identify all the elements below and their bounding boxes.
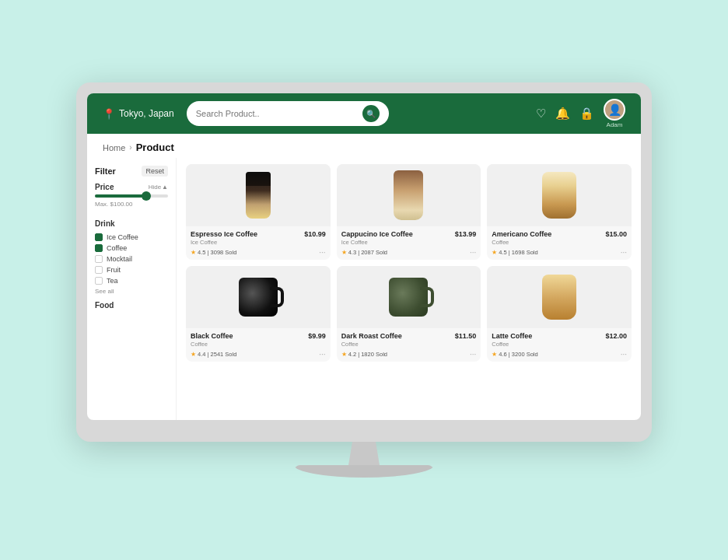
reset-button[interactable]: Reset [142, 166, 168, 177]
product-info-1: Espresso Ice Coffee $10.99 Ice Coffee ★ … [186, 226, 331, 260]
products-grid: Espresso Ice Coffee $10.99 Ice Coffee ★ … [186, 164, 632, 362]
product-more-4[interactable]: ··· [319, 350, 325, 359]
product-category-1: Ice Coffee [191, 239, 326, 246]
product-card-1[interactable]: Espresso Ice Coffee $10.99 Ice Coffee ★ … [186, 164, 331, 260]
product-more-6[interactable]: ··· [621, 350, 627, 359]
monitor: 📍 Tokyo, Japan 🔍 ♡ 🔔 🔒 👤 Adam [76, 82, 652, 442]
star-icon-2: ★ [341, 249, 347, 256]
espresso-image [246, 172, 271, 219]
product-info-3: Americano Coffee $15.00 Coffee ★ 4.5 | 1… [487, 226, 632, 260]
hide-button[interactable]: Hide ▲ [149, 184, 168, 191]
latte-image [542, 275, 576, 320]
drink-section: Drink Ice Coffee Coffee [95, 215, 168, 295]
product-category-6: Coffee [492, 341, 627, 348]
breadcrumb-home[interactable]: Home [103, 143, 125, 152]
location-icon: 📍 [103, 108, 115, 120]
content: Home › Product Filter Reset [87, 134, 641, 420]
tea-label: Tea [107, 277, 118, 285]
food-label: Food [95, 301, 168, 310]
search-button[interactable]: 🔍 [362, 105, 380, 122]
product-bottom-1: ★ 4.5 | 3098 Sold ··· [191, 248, 326, 257]
price-max: Max. $100.00 [95, 201, 168, 208]
star-icon-5: ★ [341, 351, 347, 358]
price-slider-fill [95, 194, 146, 198]
coffee-label: Coffee [107, 244, 127, 252]
avatar: 👤 [604, 99, 625, 121]
product-name-6: Latte Coffee [492, 332, 532, 340]
drink-item-coffee[interactable]: Coffee [95, 244, 168, 252]
location-text: Tokyo, Japan [119, 108, 174, 119]
fruit-label: Fruit [107, 266, 121, 274]
product-img-6 [487, 266, 632, 328]
product-card-2[interactable]: Cappucino Ice Coffee $13.99 Ice Coffee ★… [337, 164, 481, 260]
product-price-4: $9.99 [308, 332, 326, 340]
wishlist-icon[interactable]: ♡ [536, 107, 546, 121]
breadcrumb: Home › Product [87, 134, 641, 158]
product-card-6[interactable]: Latte Coffee $12.00 Coffee ★ 4.6 | 3200 … [487, 266, 632, 362]
hide-label: Hide [149, 184, 161, 191]
drink-item-mocktail[interactable]: Mocktail [95, 255, 168, 263]
product-card-3[interactable]: Americano Coffee $15.00 Coffee ★ 4.5 | 1… [487, 164, 632, 260]
search-bar[interactable]: 🔍 [187, 101, 389, 126]
product-category-4: Coffee [191, 341, 326, 348]
rating-value-6: 4.6 | 3200 Sold [499, 351, 537, 358]
drink-label: Drink [95, 219, 115, 228]
search-icon: 🔍 [366, 110, 376, 118]
user-avatar-wrap[interactable]: 👤 Adam [604, 99, 625, 128]
product-bottom-4: ★ 4.4 | 2541 Sold ··· [191, 350, 326, 359]
monitor-neck [345, 442, 383, 465]
monitor-base [294, 465, 434, 478]
rating-value-2: 4.3 | 2087 Sold [348, 249, 387, 256]
products-grid-wrap: Filter Reset Price Hide ▲ [87, 158, 641, 420]
product-img-4 [186, 266, 331, 328]
black-mug-image [239, 278, 278, 317]
cart-icon[interactable]: 🔒 [579, 107, 594, 121]
mocktail-checkbox[interactable] [95, 255, 103, 263]
product-name-1: Espresso Ice Coffee [191, 230, 257, 238]
product-name-2: Cappucino Ice Coffee [341, 230, 413, 238]
product-category-5: Coffee [341, 341, 477, 348]
ice-coffee-label: Ice Coffee [107, 233, 138, 241]
price-slider-thumb[interactable] [142, 191, 151, 201]
tea-checkbox[interactable] [95, 277, 103, 285]
product-img-1 [186, 164, 331, 226]
americano-image [542, 172, 576, 219]
price-slider[interactable] [95, 194, 168, 198]
header: 📍 Tokyo, Japan 🔍 ♡ 🔔 🔒 👤 Adam [87, 93, 641, 134]
star-icon-3: ★ [492, 249, 497, 256]
product-more-2[interactable]: ··· [470, 248, 476, 257]
product-name-3: Americano Coffee [492, 230, 551, 238]
product-more-5[interactable]: ··· [470, 350, 476, 359]
product-info-4: Black Coffee $9.99 Coffee ★ 4.4 | 2541 S… [186, 328, 331, 362]
star-icon-4: ★ [191, 351, 196, 358]
user-name: Adam [607, 121, 623, 128]
rating-value-5: 4.2 | 1820 Sold [348, 351, 387, 358]
star-icon: ★ [191, 249, 196, 256]
product-card-5[interactable]: Dark Roast Coffee $11.50 Coffee ★ 4.2 | … [337, 266, 481, 362]
product-more-1[interactable]: ··· [319, 248, 325, 257]
rating-value-1: 4.5 | 3098 Sold [198, 249, 236, 256]
notification-icon[interactable]: 🔔 [555, 107, 570, 121]
product-img-2 [337, 164, 481, 226]
drink-item-ice-coffee[interactable]: Ice Coffee [95, 233, 168, 241]
search-input[interactable] [196, 109, 356, 118]
drink-item-fruit[interactable]: Fruit [95, 266, 168, 274]
filter-header: Filter Reset [95, 166, 168, 177]
price-label: Price [95, 183, 114, 191]
cappuccino-image [394, 170, 423, 220]
product-info-5: Dark Roast Coffee $11.50 Coffee ★ 4.2 | … [337, 328, 481, 362]
product-rating-4: ★ 4.4 | 2541 Sold [191, 351, 236, 358]
ice-coffee-checkbox[interactable] [95, 233, 103, 241]
product-rating-3: ★ 4.5 | 1698 Sold [492, 249, 537, 256]
product-price-2: $13.99 [455, 230, 477, 238]
drink-item-tea[interactable]: Tea [95, 277, 168, 285]
fruit-checkbox[interactable] [95, 266, 103, 274]
product-img-5 [337, 266, 481, 328]
coffee-checkbox[interactable] [95, 244, 103, 252]
product-bottom-6: ★ 4.6 | 3200 Sold ··· [492, 350, 627, 359]
product-more-3[interactable]: ··· [621, 248, 627, 257]
see-all-link[interactable]: See all [95, 288, 168, 295]
chevron-icon: ▲ [162, 184, 168, 191]
product-info-2: Cappucino Ice Coffee $13.99 Ice Coffee ★… [337, 226, 481, 260]
product-card-4[interactable]: Black Coffee $9.99 Coffee ★ 4.4 | 2541 S… [186, 266, 331, 362]
